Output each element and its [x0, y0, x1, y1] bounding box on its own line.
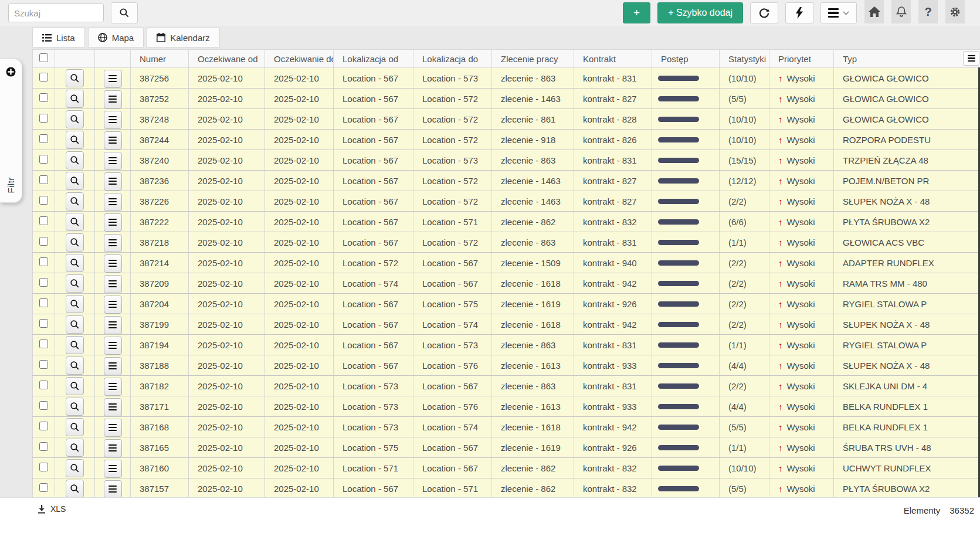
home-button[interactable]: [864, 0, 884, 23]
row-menu-button[interactable]: [104, 357, 122, 375]
progress-bar: [658, 342, 699, 348]
row-menu-button[interactable]: [104, 480, 122, 497]
row-search-button[interactable]: [66, 480, 84, 498]
help-button[interactable]: ?: [918, 0, 938, 23]
notifications-button[interactable]: [891, 0, 911, 23]
hamburger-icon: [108, 75, 117, 83]
row-search-button[interactable]: [66, 398, 84, 416]
row-menu-button[interactable]: [104, 152, 122, 170]
row-menu-button[interactable]: [104, 172, 122, 191]
row-checkbox[interactable]: [39, 196, 48, 205]
row-search-button[interactable]: [66, 69, 84, 87]
row-checkbox[interactable]: [39, 401, 48, 410]
row-checkbox[interactable]: [39, 155, 48, 164]
add-button[interactable]: +: [623, 2, 650, 23]
header-oczekiwanie-do[interactable]: Oczekiwanie do: [265, 50, 334, 68]
header-lokalizacja-do[interactable]: Lokalizacja do: [413, 50, 492, 68]
row-search-button[interactable]: [66, 459, 84, 477]
row-menu-button[interactable]: [104, 398, 122, 416]
row-search-button[interactable]: [66, 151, 84, 169]
refresh-button[interactable]: [750, 2, 778, 23]
row-search-button[interactable]: [66, 172, 84, 190]
select-all-checkbox[interactable]: [39, 53, 48, 62]
row-search-button[interactable]: [66, 418, 84, 436]
row-menu-button[interactable]: [104, 131, 122, 150]
row-menu-button[interactable]: [104, 419, 122, 437]
tab-mapa[interactable]: Mapa: [88, 28, 144, 47]
row-checkbox[interactable]: [39, 114, 48, 123]
row-checkbox[interactable]: [39, 422, 48, 430]
row-search-button[interactable]: [66, 213, 84, 231]
row-menu-button[interactable]: [104, 275, 122, 293]
row-checkbox[interactable]: [39, 483, 48, 492]
row-search-button[interactable]: [66, 274, 84, 293]
row-search-button[interactable]: [66, 295, 84, 313]
row-menu-button[interactable]: [104, 213, 122, 232]
row-checkbox[interactable]: [39, 442, 48, 451]
row-menu-button[interactable]: [104, 111, 122, 129]
row-checkbox[interactable]: [39, 278, 48, 287]
row-menu-button[interactable]: [104, 90, 122, 108]
header-numer[interactable]: Numer: [131, 50, 189, 68]
search-button[interactable]: [111, 2, 138, 23]
row-search-button[interactable]: [66, 357, 84, 375]
header-lokalizacja-od[interactable]: Lokalizacja od: [334, 50, 413, 68]
row-checkbox[interactable]: [39, 319, 48, 328]
row-checkbox[interactable]: [39, 257, 48, 266]
row-checkbox[interactable]: [39, 175, 48, 184]
cell-typ: SŁUPEK NOŻA X - 48: [834, 355, 980, 376]
row-menu-button[interactable]: [104, 378, 122, 396]
row-search-button[interactable]: [66, 439, 84, 457]
row-search-button[interactable]: [66, 131, 84, 149]
header-priorytet[interactable]: Priorytet: [769, 50, 834, 68]
progress-bar: [658, 178, 699, 184]
row-checkbox[interactable]: [39, 93, 48, 102]
row-search-button[interactable]: [66, 90, 84, 108]
row-search-button[interactable]: [66, 233, 84, 252]
row-checkbox[interactable]: [39, 463, 48, 471]
row-menu-button[interactable]: [104, 337, 122, 355]
row-search-button[interactable]: [66, 192, 84, 211]
row-search-button[interactable]: [66, 110, 84, 128]
header-postep[interactable]: Postęp: [652, 50, 720, 68]
row-menu-button[interactable]: [104, 460, 122, 478]
row-menu-button[interactable]: [104, 296, 122, 314]
cell-postep: [652, 212, 720, 232]
row-search-button[interactable]: [66, 315, 84, 334]
search-input[interactable]: [8, 4, 104, 22]
row-checkbox[interactable]: [39, 73, 48, 82]
row-checkbox[interactable]: [39, 237, 48, 246]
tab-lista[interactable]: Lista: [32, 28, 85, 47]
column-config-button[interactable]: [963, 51, 979, 66]
row-checkbox[interactable]: [39, 360, 48, 369]
actions-button[interactable]: [785, 2, 813, 23]
header-statystyki[interactable]: Statystyki: [720, 50, 769, 68]
header-zlecenie-pracy[interactable]: Zlecenie pracy: [492, 50, 574, 68]
row-checkbox[interactable]: [39, 216, 48, 225]
header-oczekiwane-od[interactable]: Oczekiwane od: [189, 50, 265, 68]
search-icon: [70, 279, 80, 288]
row-menu-button[interactable]: [104, 70, 122, 88]
header-select-all: [33, 50, 55, 68]
row-checkbox[interactable]: [39, 298, 48, 307]
header-kontrakt[interactable]: Kontrakt: [574, 50, 652, 68]
filter-panel-tab[interactable]: Filtr: [0, 59, 22, 203]
row-checkbox[interactable]: [39, 381, 48, 389]
row-search-button[interactable]: [66, 377, 84, 395]
quick-add-button[interactable]: + Szybko dodaj: [657, 2, 743, 23]
header-typ[interactable]: Typ: [834, 50, 980, 68]
xls-export-button[interactable]: XLS: [38, 504, 66, 514]
row-menu-button[interactable]: [104, 254, 122, 273]
tab-kalendarz[interactable]: Kalendarz: [147, 28, 220, 47]
row-menu-button[interactable]: [104, 316, 122, 334]
row-checkbox[interactable]: [39, 134, 48, 143]
row-search-button[interactable]: [66, 336, 84, 354]
cell-lokalizacja-do: Location - 572: [413, 109, 492, 130]
main-menu-button[interactable]: [820, 2, 857, 23]
row-menu-button[interactable]: [104, 439, 122, 457]
settings-button[interactable]: [945, 0, 965, 23]
row-search-button[interactable]: [66, 254, 84, 272]
row-checkbox[interactable]: [39, 339, 48, 348]
row-menu-button[interactable]: [104, 193, 122, 211]
row-menu-button[interactable]: [104, 234, 122, 252]
